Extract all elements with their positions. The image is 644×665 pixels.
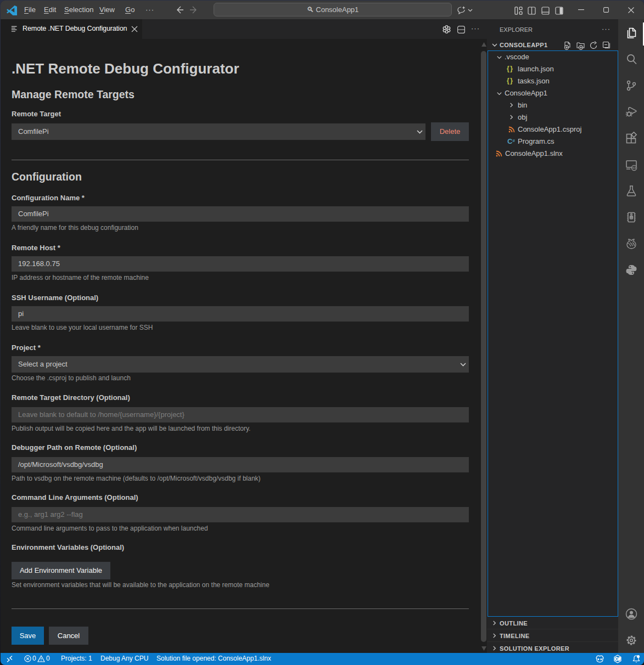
svg-text:C#: C# (615, 657, 621, 662)
